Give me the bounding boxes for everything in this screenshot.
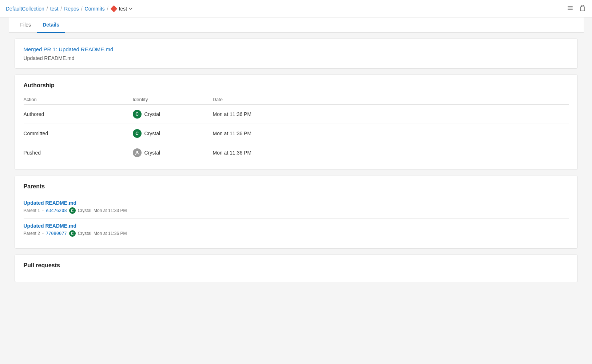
parent-meta: Parent 2-77080077CCrystalMon at 11:36 PM [24,230,569,237]
parent-author: Crystal [78,231,91,236]
parent-label: Parent 2 [24,231,40,236]
authorship-row: AuthoredCCrystalMon at 11:36 PM [24,105,569,124]
breadcrumb-commits[interactable]: Commits [85,6,105,12]
breadcrumb: DefaultCollection / test / Repos / Commi… [6,5,132,12]
parent-date: Mon at 11:33 PM [94,208,127,213]
avatar [133,148,142,157]
tab-details[interactable]: Details [37,17,65,33]
parents-list: Updated README.mdParent 1-e3c76208CCryst… [24,196,569,241]
avatar: C [133,110,142,119]
svg-rect-0 [111,5,117,12]
parent-label: Parent 1 [24,208,40,213]
svg-rect-2 [568,8,573,8]
commit-title[interactable]: Merged PR 1: Updated README.md [24,46,569,52]
identity-name: Crystal [144,111,160,117]
col-header-identity: Identity [133,95,213,105]
identity-name: Crystal [144,131,160,136]
auth-identity-cell: CCrystal [133,105,213,124]
auth-date-cell: Mon at 11:36 PM [213,143,569,163]
breadcrumb-collection[interactable]: DefaultCollection [6,6,44,12]
breadcrumb-sep-3: / [81,6,83,12]
commit-message-card: Merged PR 1: Updated README.md Updated R… [15,39,578,69]
auth-action-cell: Authored [24,105,133,124]
auth-date-cell: Mon at 11:36 PM [213,105,569,124]
pull-requests-card: Pull requests [15,255,578,282]
avatar: C [69,207,76,214]
top-nav-bar: DefaultCollection / test / Repos / Commi… [0,0,592,17]
avatar: C [69,230,76,237]
pull-requests-heading: Pull requests [24,262,569,269]
repo-icon [111,5,117,12]
parent-author: Crystal [78,208,91,213]
parent-date: Mon at 11:36 PM [94,231,127,236]
tab-files[interactable]: Files [15,17,37,33]
top-bar-actions [567,4,586,13]
authorship-heading: Authorship [24,82,569,89]
current-repo-name: test [119,6,127,12]
auth-identity-cell: Crystal [133,143,213,163]
authorship-table: Action Identity Date AuthoredCCrystalMon… [24,95,569,162]
main-content: Files Details Merged PR 1: Updated READM… [9,17,584,288]
svg-rect-3 [568,9,573,10]
tabs-bar: Files Details [9,17,584,33]
col-header-action: Action [24,95,133,105]
content-area: Merged PR 1: Updated README.md Updated R… [9,33,584,288]
parent-title[interactable]: Updated README.md [24,223,569,229]
chevron-down-icon[interactable] [129,7,132,11]
auth-action-cell: Pushed [24,143,133,163]
breadcrumb-sep-2: / [60,6,62,12]
parent-entry: Updated README.mdParent 1-e3c76208CCryst… [24,196,569,219]
commit-subtitle: Updated README.md [24,55,569,61]
svg-rect-1 [568,6,573,7]
parent-title[interactable]: Updated README.md [24,200,569,206]
parent-separator: - [42,208,44,213]
authorship-card: Authorship Action Identity Date Authored… [15,75,578,170]
svg-rect-4 [580,7,585,11]
breadcrumb-current-repo[interactable]: test [111,5,133,12]
identity-name: Crystal [144,150,160,156]
parent-hash[interactable]: 77080077 [46,231,67,236]
authorship-row: CommittedCCrystalMon at 11:36 PM [24,124,569,143]
breadcrumb-project[interactable]: test [50,6,59,12]
auth-identity-cell: CCrystal [133,124,213,143]
svg-point-5 [136,151,138,153]
auth-action-cell: Committed [24,124,133,143]
breadcrumb-repos[interactable]: Repos [64,6,79,12]
parent-hash[interactable]: e3c76208 [46,208,67,213]
bag-icon[interactable] [579,4,586,13]
list-icon[interactable] [567,4,574,13]
avatar: C [133,129,142,138]
authorship-row: Pushed CrystalMon at 11:36 PM [24,143,569,163]
auth-date-cell: Mon at 11:36 PM [213,124,569,143]
parent-separator: - [42,231,44,236]
col-header-date: Date [213,95,569,105]
breadcrumb-sep-4: / [107,6,108,12]
breadcrumb-sep-1: / [47,6,48,12]
parents-heading: Parents [24,183,569,190]
parent-entry: Updated README.mdParent 2-77080077CCryst… [24,219,569,241]
parent-meta: Parent 1-e3c76208CCrystalMon at 11:33 PM [24,207,569,214]
parents-card: Parents Updated README.mdParent 1-e3c762… [15,176,578,249]
